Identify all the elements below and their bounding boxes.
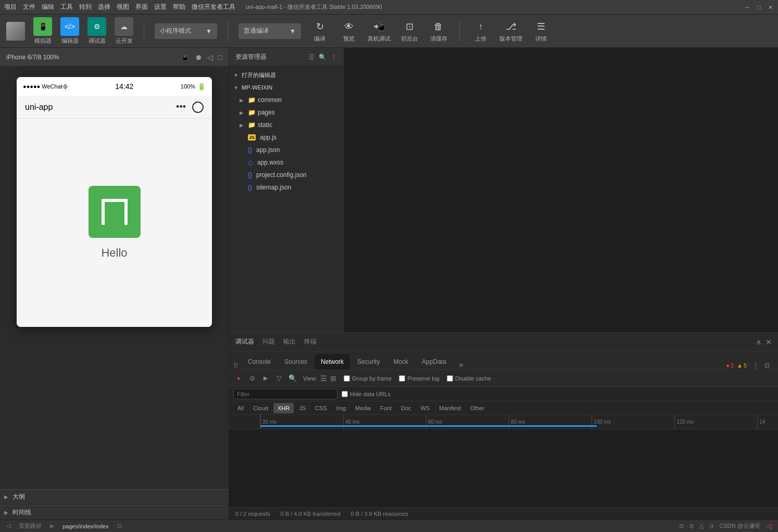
devtools-drag-icon[interactable]: ⠿	[233, 362, 239, 370]
tab-mock[interactable]: Mock	[387, 354, 415, 370]
tab-network[interactable]: Network	[315, 354, 350, 370]
menu-item-file[interactable]: 文件	[23, 3, 35, 11]
avatar-group[interactable]	[6, 22, 25, 41]
filter-input[interactable]	[237, 391, 334, 397]
network-stop-btn[interactable]: ⊘	[247, 373, 257, 384]
type-img[interactable]: Img	[332, 403, 350, 413]
type-xhr[interactable]: XHR	[273, 403, 294, 413]
type-css[interactable]: CSS	[311, 403, 331, 413]
tab-sources[interactable]: Sources	[278, 354, 313, 370]
network-record-btn[interactable]: ●	[233, 373, 244, 384]
tab-debugger[interactable]: 调试器	[235, 337, 254, 346]
status-copy-icon[interactable]: ⊡	[117, 523, 122, 529]
menu-item-settings[interactable]: 设置	[154, 3, 167, 11]
list-item[interactable]: ▶ 📁 common	[229, 94, 343, 106]
upload-action[interactable]: ↑ 上传	[470, 19, 491, 43]
network-video-btn[interactable]: ▶	[260, 373, 271, 384]
status-path-arrow[interactable]: ◁	[6, 523, 10, 529]
tab-issues[interactable]: 问题	[262, 337, 275, 346]
version-action[interactable]: ⎇ 版本管理	[499, 19, 522, 43]
menu-item-tools[interactable]: 工具	[60, 3, 73, 11]
devtools-more-options[interactable]: ⋮	[750, 361, 761, 370]
menu-item-help[interactable]: 帮助	[173, 3, 185, 11]
disable-cache-checkbox[interactable]: Disable cache	[447, 375, 491, 382]
tab-appdata[interactable]: AppData	[416, 354, 453, 370]
back-icon[interactable]: ◁	[207, 53, 213, 61]
detail-icon: ☰	[534, 19, 548, 34]
detail-action[interactable]: ☰ 详情	[531, 19, 551, 43]
devtools-capture-btn[interactable]: ⊡	[764, 362, 770, 369]
menu-item-interface[interactable]: 界面	[135, 3, 148, 11]
list-item[interactable]: ▶ {} project.config.json	[229, 169, 343, 181]
type-manifest[interactable]: Manifest	[435, 403, 465, 413]
debugger-tool[interactable]: ⚙ 调试器	[87, 17, 106, 45]
cloud-tool[interactable]: ☁ 云开发	[115, 17, 133, 45]
close-button[interactable]: ✕	[767, 4, 774, 11]
type-doc[interactable]: Doc	[397, 403, 416, 413]
tree-icon-extra[interactable]: ⋮	[331, 54, 337, 61]
timeline-label[interactable]: 时间线	[12, 508, 31, 517]
more-tabs-btn[interactable]: »	[456, 360, 467, 370]
list-item[interactable]: ▶ 📁 static	[229, 119, 343, 131]
view-list-icon[interactable]: ☰	[320, 374, 327, 383]
mode-dropdown[interactable]: 小程序模式 ▼	[155, 23, 217, 39]
compile-type-dropdown[interactable]: 普通编译 ▼	[239, 23, 301, 39]
tab-output[interactable]: 输出	[283, 337, 296, 346]
list-item[interactable]: ▶ {} app.json	[229, 144, 343, 156]
record-icon[interactable]: ⏺	[195, 53, 202, 61]
filter-input-wrap[interactable]	[233, 389, 337, 399]
forward-icon[interactable]: □	[218, 53, 222, 61]
list-item[interactable]: ▶ JS app.js	[229, 131, 343, 144]
preview-action[interactable]: 👁 预览	[338, 19, 359, 43]
nav-dots-icon[interactable]: •••	[176, 102, 186, 113]
menu-item-view[interactable]: 视图	[117, 3, 129, 11]
preserve-log-checkbox[interactable]: Preserve log	[399, 375, 440, 382]
tab-terminal[interactable]: 终端	[304, 337, 317, 346]
disable-cache-input[interactable]	[447, 375, 453, 382]
cutback-action[interactable]: ⊡ 切后台	[399, 19, 420, 43]
type-js[interactable]: JS	[295, 403, 310, 413]
simulator-tool[interactable]: 📱 模拟器	[33, 17, 52, 45]
real-machine-action[interactable]: 📲 真机调试	[368, 19, 391, 43]
editor-tool[interactable]: </> 编辑器	[60, 17, 79, 45]
hide-data-urls-checkbox[interactable]	[342, 391, 348, 397]
type-cloud[interactable]: Cloud	[249, 403, 272, 413]
list-item[interactable]: ▶ {} sitemap.json	[229, 181, 343, 194]
menu-item-select[interactable]: 选择	[98, 3, 110, 11]
type-ws[interactable]: WS	[417, 403, 434, 413]
network-filter-btn[interactable]: ▽	[274, 373, 284, 384]
clear-cache-action[interactable]: 🗑 清缓存	[428, 19, 449, 43]
outline-label[interactable]: 大纲	[12, 492, 25, 501]
rotate-icon[interactable]: 📱	[181, 53, 190, 61]
type-other[interactable]: Other	[466, 403, 489, 413]
type-media[interactable]: Media	[351, 403, 375, 413]
menu-item-edit[interactable]: 编辑	[42, 3, 54, 11]
group-by-frame-checkbox[interactable]: Group by frame	[344, 375, 392, 382]
expand-timeline-arrow[interactable]: ▶	[4, 510, 8, 515]
type-font[interactable]: Font	[376, 403, 396, 413]
nav-home-icon[interactable]	[192, 102, 204, 113]
list-item[interactable]: ▶ 📁 pages	[229, 106, 343, 119]
menu-item-project[interactable]: 项目	[4, 3, 17, 11]
network-search-btn[interactable]: 🔍	[287, 373, 298, 384]
menu-item-goto[interactable]: 转到	[79, 3, 92, 11]
view-grid-icon[interactable]: ⊞	[330, 374, 336, 383]
preserve-log-input[interactable]	[399, 375, 405, 382]
tab-security[interactable]: Security	[351, 354, 386, 370]
hide-data-urls-group[interactable]: Hide data URLs	[342, 391, 391, 397]
type-all[interactable]: All	[233, 403, 248, 413]
open-editors-section[interactable]: ▼ 打开的编辑器	[229, 69, 343, 81]
mp-weixin-section[interactable]: ▼ MP-WEIXIN	[229, 81, 343, 94]
devtools-close-btn[interactable]: ✕	[766, 338, 772, 346]
compile-action[interactable]: ↻ 编译	[309, 19, 330, 43]
maximize-button[interactable]: □	[755, 4, 762, 11]
group-by-frame-input[interactable]	[344, 375, 350, 382]
expand-outline-arrow[interactable]: ▶	[4, 494, 8, 500]
tree-icon-list[interactable]: ☰	[309, 54, 315, 61]
minimize-button[interactable]: ─	[744, 4, 751, 11]
list-item[interactable]: ▶ ◇ app.wxss	[229, 156, 343, 169]
tree-icon-search[interactable]: 🔍	[319, 54, 327, 61]
menu-item-wechat[interactable]: 微信开发者工具	[192, 3, 235, 11]
tab-console[interactable]: Console	[242, 354, 277, 370]
devtools-expand-btn[interactable]: ∧	[756, 338, 761, 346]
